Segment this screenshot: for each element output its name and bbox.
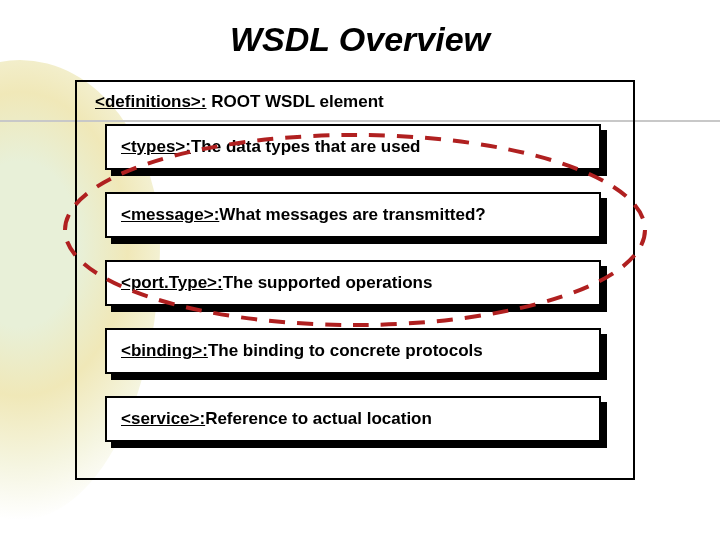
definitions-desc: ROOT WSDL element bbox=[206, 92, 383, 111]
definitions-element: <definitions>: bbox=[95, 92, 206, 111]
types-element: <types>: bbox=[121, 137, 191, 157]
binding-content: <binding>: The binding to concrete proto… bbox=[105, 328, 601, 374]
service-content: <service>: Reference to actual location bbox=[105, 396, 601, 442]
types-box: <types>: The data types that are used bbox=[105, 124, 605, 174]
definitions-box: <definitions>: ROOT WSDL element <types>… bbox=[75, 80, 635, 480]
service-box: <service>: Reference to actual location bbox=[105, 396, 605, 446]
service-element: <service>: bbox=[121, 409, 205, 429]
binding-element: <binding>: bbox=[121, 341, 208, 361]
definitions-label: <definitions>: ROOT WSDL element bbox=[95, 92, 615, 112]
service-desc: Reference to actual location bbox=[205, 409, 432, 429]
porttype-desc: The supported operations bbox=[223, 273, 433, 293]
message-box: <message>: What messages are transmitted… bbox=[105, 192, 605, 242]
message-element: <message>: bbox=[121, 205, 219, 225]
porttype-element: <port.Type>: bbox=[121, 273, 223, 293]
types-desc: The data types that are used bbox=[191, 137, 421, 157]
message-content: <message>: What messages are transmitted… bbox=[105, 192, 601, 238]
slide-title: WSDL Overview bbox=[0, 20, 720, 59]
binding-desc: The binding to concrete protocols bbox=[208, 341, 483, 361]
inner-rows: <types>: The data types that are used <m… bbox=[95, 124, 615, 446]
porttype-content: <port.Type>: The supported operations bbox=[105, 260, 601, 306]
types-content: <types>: The data types that are used bbox=[105, 124, 601, 170]
message-desc: What messages are transmitted? bbox=[219, 205, 485, 225]
binding-box: <binding>: The binding to concrete proto… bbox=[105, 328, 605, 378]
porttype-box: <port.Type>: The supported operations bbox=[105, 260, 605, 310]
